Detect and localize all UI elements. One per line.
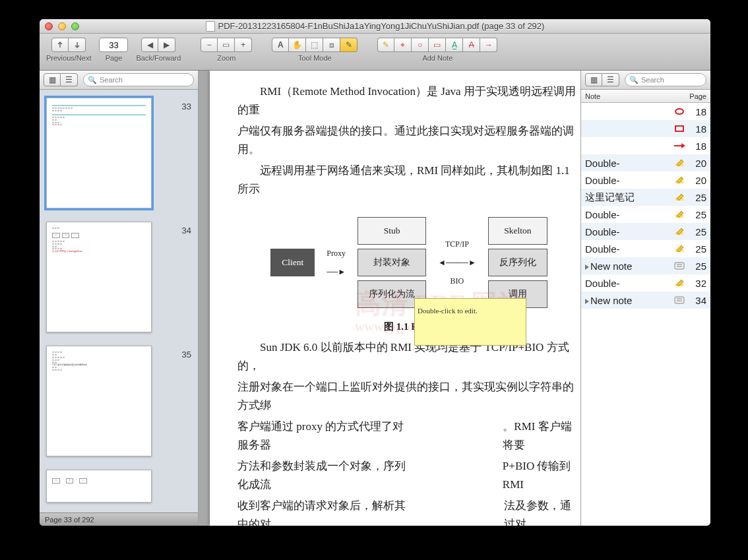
page-label: Page (106, 54, 123, 62)
zoom-button[interactable] (71, 22, 79, 30)
sticky-note[interactable]: Double-click to edit. (414, 298, 526, 346)
right-search-placeholder: Search (641, 76, 664, 84)
thumbnail-item[interactable]: txt txt txtabctxt txt txt txt txttxt txt… (40, 219, 198, 343)
note-row[interactable]: 这里记笔记25 (581, 189, 710, 206)
addnote-label: Add Note (422, 54, 452, 62)
left-search-placeholder: Search (100, 76, 123, 84)
close-button[interactable] (45, 22, 53, 30)
note-page: 34 (688, 295, 706, 306)
document-view[interactable]: RMI（Remote Method Invocation）是 Java 用于实现… (199, 71, 580, 526)
note-underline-button[interactable]: A̲ (446, 38, 463, 52)
status-bar: Page 33 of 292 (40, 513, 198, 526)
backforward-label: Back/Forward (136, 54, 181, 62)
note-list[interactable]: 181818Double-20Double-20这里记笔记25Double-25… (581, 103, 710, 526)
note-type-icon (673, 193, 685, 202)
svg-point-0 (675, 109, 683, 114)
note-row[interactable]: Double-25 (581, 206, 710, 223)
thumb-page: 34 (165, 226, 191, 235)
note-strike-button[interactable]: A (463, 38, 480, 52)
thumbnail-item[interactable]: txt txt txt txt txt txt txt txttxt txt t… (40, 95, 198, 219)
note-type-icon (673, 142, 685, 149)
zoom-in-button[interactable]: + (235, 38, 252, 52)
right-search-input[interactable]: 🔍 Search (625, 73, 706, 86)
note-box-button[interactable]: ▭ (429, 38, 446, 52)
note-row[interactable]: Double-20 (581, 154, 710, 171)
note-header: Note Page (581, 90, 710, 103)
tool-marquee-button[interactable]: ⧈ (323, 38, 340, 52)
text: Sun JDK 6.0 以前版本中的 RMI 实现均是基于 TCP/IP+BIO… (237, 338, 580, 375)
zoom-fit-button[interactable]: ▭ (218, 38, 235, 52)
note-page: 18 (688, 106, 706, 117)
forward-button[interactable]: ▶ (158, 38, 175, 52)
note-row[interactable]: Double-32 (581, 274, 710, 292)
note-row[interactable]: 18 (581, 103, 710, 120)
text: 方法和参数封装成一个对象，序列化成流P+BIO 传输到 RMI (237, 457, 580, 494)
note-circle-button[interactable]: ○ (412, 38, 429, 52)
titlebar[interactable]: PDF-20131223165804-F1nBuShiJa1aYingYong1… (40, 19, 710, 34)
sidebar-left: ▦ ☰ 🔍 Search txt txt txt txt txt txt txt… (40, 71, 199, 526)
note-list-button[interactable]: ☰ (602, 73, 619, 86)
back-button[interactable]: ◀ (141, 38, 158, 52)
tool-move-button[interactable]: ✋ (289, 38, 306, 52)
note-page: 25 (688, 209, 706, 220)
toolmode-label: Tool Mode (298, 54, 332, 62)
tool-text-button[interactable]: A (272, 38, 289, 52)
note-row[interactable]: 18 (581, 120, 710, 137)
svg-rect-10 (675, 263, 684, 269)
window: PDF-20131223165804-F1nBuShiJa1aYingYong1… (40, 19, 710, 526)
note-anchor-button[interactable]: ⌖ (394, 38, 412, 52)
svg-marker-3 (681, 143, 685, 148)
note-line-button[interactable]: → (480, 38, 497, 52)
figure-caption: 图 1.1 RMI 机制 (237, 317, 580, 336)
note-page: 18 (688, 123, 706, 135)
note-type-icon (673, 244, 685, 253)
note-type-icon (673, 261, 685, 270)
thumbnail-list[interactable]: txt txt txt txt txt txt txt txttxt txt t… (40, 90, 198, 513)
left-search-input[interactable]: 🔍 Search (83, 73, 194, 86)
tool-select-button[interactable]: ⬚ (306, 38, 323, 52)
thumbnail-item[interactable]: txt txt txt txttxt txttxt txt txt txt tx… (40, 343, 198, 467)
thumbnail-view-button[interactable]: ▦ (44, 73, 61, 86)
note-grid-button[interactable]: ▦ (585, 73, 602, 86)
disclosure-icon[interactable] (585, 299, 589, 304)
note-row[interactable]: Double-25 (581, 240, 710, 257)
note-row[interactable]: 18 (581, 137, 710, 154)
note-row[interactable]: Double-20 (581, 171, 710, 189)
diagram-stub-head: Stub (358, 217, 426, 245)
window-title: PDF-20131223165804-F1nBuShiJa1aYingYong1… (218, 21, 545, 31)
text: 远程调用基于网络通信来实现，RMI 同样如此，其机制如图 1.1 所示 (237, 162, 580, 199)
svg-rect-1 (675, 126, 683, 131)
note-page: 20 (688, 158, 706, 169)
note-row[interactable]: New note25 (581, 257, 710, 274)
prev-page-button[interactable] (51, 38, 69, 52)
note-row[interactable]: Double-25 (581, 223, 710, 240)
document-icon (206, 21, 215, 32)
search-icon: 🔍 (629, 76, 639, 84)
thumbnail-item[interactable]: a→b→c (40, 467, 198, 513)
text: 收到客户端的请求对象后，解析其中的对法及参数，通过对 (237, 497, 580, 526)
diagram-skel-head: Skelton (488, 217, 547, 245)
note-highlight-button[interactable]: ✎ (377, 38, 394, 52)
text: 客户端通过 proxy 的方式代理了对服务器。RMI 客户端将要 (237, 418, 580, 454)
note-row[interactable]: New note34 (581, 292, 710, 309)
note-type-icon (673, 296, 685, 305)
note-type-icon (673, 175, 685, 185)
disclosure-icon[interactable] (585, 264, 589, 270)
note-page: 25 (688, 261, 706, 272)
page-input[interactable] (99, 38, 128, 52)
toolbar: Previous/Next Page ◀ ▶ Back/Forward − ▭ … (40, 34, 710, 71)
next-page-button[interactable] (69, 38, 86, 52)
outline-view-button[interactable]: ☰ (61, 73, 78, 86)
note-page: 20 (688, 175, 706, 186)
diagram-skel1: 反序列化 (488, 249, 547, 276)
prevnext-label: Previous/Next (46, 54, 91, 62)
note-page: 18 (688, 140, 706, 152)
zoom-out-button[interactable]: − (201, 38, 218, 52)
tool-highlight-button[interactable]: ✎ (340, 38, 358, 52)
note-type-icon (673, 108, 685, 115)
diagram-stub1: 封装对象 (358, 249, 426, 276)
status-text: Page 33 of 292 (45, 516, 94, 524)
minimize-button[interactable] (58, 22, 66, 30)
thumb-page: 35 (165, 350, 191, 359)
page-content: RMI（Remote Method Invocation）是 Java 用于实现… (210, 71, 580, 526)
